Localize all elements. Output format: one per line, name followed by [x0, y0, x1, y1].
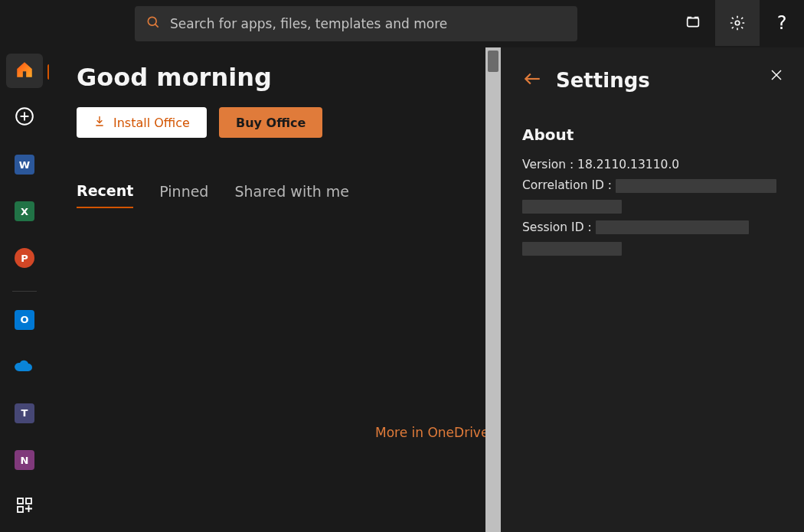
install-office-button[interactable]: Install Office	[77, 107, 207, 138]
session-value-redacted	[596, 220, 749, 234]
scrollbar-thumb[interactable]	[488, 51, 498, 72]
svg-point-3	[735, 21, 740, 25]
session-row: Session ID :	[522, 219, 783, 237]
correlation-value-redacted-2	[522, 200, 622, 214]
version-row: Version : 18.2110.13110.0	[522, 156, 783, 174]
sidebar-item-outlook[interactable]: O	[6, 302, 43, 337]
word-icon: W	[15, 155, 34, 175]
close-icon	[770, 68, 783, 85]
sidebar-item-onenote[interactable]: N	[6, 443, 43, 478]
session-value-redacted-2	[522, 242, 622, 256]
sidebar-item-powerpoint[interactable]: P	[6, 241, 43, 276]
buy-office-label: Buy Office	[236, 116, 306, 130]
settings-icon[interactable]	[715, 0, 760, 46]
svg-rect-9	[18, 507, 23, 512]
sidebar-item-apps[interactable]	[6, 490, 43, 524]
excel-icon: X	[15, 201, 34, 221]
correlation-value-redacted	[616, 179, 776, 193]
more-onedrive-label: More in OneDrive	[375, 425, 489, 440]
onedrive-icon	[14, 358, 35, 375]
about-section: About Version : 18.2110.13110.0 Correlat…	[522, 126, 783, 257]
sidebar-item-create[interactable]	[6, 100, 43, 135]
question-mark-icon: ?	[777, 12, 787, 34]
search-icon	[145, 15, 170, 33]
onenote-icon: N	[15, 450, 34, 470]
header-actions: ?	[671, 0, 804, 46]
sidebar-item-onedrive[interactable]	[6, 349, 43, 383]
back-button[interactable]	[522, 69, 542, 92]
correlation-row-cont	[522, 198, 783, 216]
svg-point-0	[148, 17, 156, 25]
correlation-row: Correlation ID :	[522, 177, 783, 194]
svg-rect-8	[26, 498, 31, 504]
present-icon[interactable]	[671, 0, 715, 46]
header-bar: ?	[0, 0, 804, 46]
sidebar-item-teams[interactable]: T	[6, 396, 43, 430]
arrow-left-icon	[522, 69, 542, 92]
plus-circle-icon	[15, 106, 34, 129]
svg-rect-7	[18, 498, 23, 504]
tab-recent[interactable]: Recent	[77, 182, 133, 208]
outlook-icon: O	[15, 310, 34, 330]
sidebar-item-excel[interactable]: X	[6, 194, 43, 229]
search-box[interactable]	[135, 6, 577, 41]
tab-pinned[interactable]: Pinned	[159, 183, 208, 207]
apps-grid-icon	[15, 496, 34, 517]
help-icon[interactable]: ?	[760, 0, 804, 46]
settings-panel-header: Settings	[522, 69, 783, 92]
search-input[interactable]	[170, 16, 567, 31]
session-row-cont	[522, 240, 783, 257]
sidebar-divider	[12, 291, 37, 292]
download-icon	[93, 115, 106, 130]
sidebar: W X P O T N	[0, 46, 49, 532]
about-heading: About	[522, 126, 783, 144]
scrollbar[interactable]	[485, 47, 501, 532]
powerpoint-icon: P	[15, 248, 34, 268]
sidebar-item-word[interactable]: W	[6, 147, 43, 181]
home-icon	[15, 60, 34, 83]
correlation-label: Correlation ID :	[522, 178, 612, 192]
teams-icon: T	[15, 403, 34, 423]
svg-line-1	[155, 24, 159, 28]
buy-office-button[interactable]: Buy Office	[219, 107, 322, 138]
sidebar-item-home[interactable]	[6, 54, 43, 88]
close-button[interactable]	[766, 66, 787, 87]
settings-panel: Settings About Version : 18.2110.13110.0…	[501, 47, 804, 532]
session-label: Session ID :	[522, 220, 592, 234]
settings-title: Settings	[556, 69, 650, 92]
tab-shared[interactable]: Shared with me	[234, 183, 348, 207]
version-value: 18.2110.13110.0	[577, 158, 679, 171]
install-office-label: Install Office	[113, 116, 190, 130]
svg-rect-2	[688, 18, 699, 27]
version-label: Version :	[522, 158, 574, 171]
